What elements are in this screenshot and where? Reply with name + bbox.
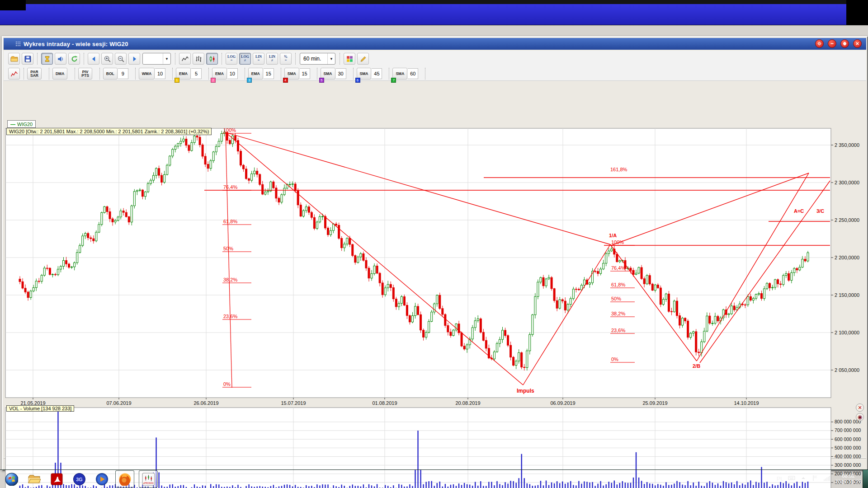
red-zigzag-icon bbox=[10, 70, 18, 78]
start-icon bbox=[5, 473, 18, 486]
bol-button-value[interactable]: 9 bbox=[118, 68, 128, 79]
auto-refresh-button[interactable] bbox=[41, 53, 53, 65]
sma-30-button-value[interactable]: 30 bbox=[336, 68, 346, 79]
floppy-icon bbox=[24, 55, 32, 63]
window-titlebar[interactable]: Wykres intraday - wiele sesji: WIG20 bbox=[4, 38, 866, 50]
show-desktop-button[interactable] bbox=[863, 470, 868, 488]
ema-5-button-value[interactable]: 5 bbox=[191, 68, 202, 79]
log-eq-button[interactable]: LOG= bbox=[226, 53, 237, 65]
bar-style-button[interactable] bbox=[193, 53, 204, 65]
taskbar-media-player[interactable] bbox=[93, 471, 111, 487]
series-legend[interactable]: — WIG20 bbox=[7, 120, 36, 128]
chevron-down-icon[interactable]: ▼ bbox=[163, 53, 170, 64]
sma-30-button-color-badge: 5 bbox=[319, 78, 324, 83]
wma-button-group: WMA10 bbox=[138, 68, 165, 80]
sound-button[interactable] bbox=[55, 53, 66, 65]
open-button[interactable] bbox=[8, 53, 20, 65]
toolbar-separator bbox=[353, 68, 354, 80]
ema-10-button-value[interactable]: 10 bbox=[227, 68, 238, 79]
indicator-toolbar: PARSARDMAPIVPTSBOL9WMA10EMA51EMA102EMA15… bbox=[4, 67, 866, 81]
reload-button[interactable] bbox=[68, 53, 80, 65]
chart-settings-button[interactable] bbox=[344, 53, 355, 65]
interval-select[interactable]: 60 min.▼ bbox=[300, 53, 335, 65]
sma-60-button-value[interactable]: 60 bbox=[408, 68, 418, 79]
zoom-in-button[interactable] bbox=[101, 53, 113, 65]
settings-button[interactable] bbox=[815, 39, 824, 48]
ema-5-button-color-badge: 1 bbox=[175, 78, 179, 83]
interval-select-value: 60 min. bbox=[303, 56, 321, 62]
zoom-select[interactable]: ▼ bbox=[142, 53, 171, 65]
lin-eq-button-label: LIN= bbox=[255, 55, 262, 62]
pencil-icon bbox=[359, 55, 367, 63]
ema-15-button-group: EMA153 bbox=[248, 68, 274, 80]
line-style-button[interactable] bbox=[179, 53, 191, 65]
ema-15-button-value[interactable]: 15 bbox=[264, 68, 274, 79]
taskbar-epromak[interactable]: ePROMAK bbox=[139, 470, 158, 488]
firefox-icon bbox=[118, 473, 132, 486]
toolbar-separator bbox=[99, 68, 100, 80]
wma-button[interactable]: WMA bbox=[139, 68, 155, 80]
save-button[interactable] bbox=[22, 53, 33, 65]
scolumns-icon[interactable] bbox=[46, 460, 55, 468]
sma-15-button-value[interactable]: 15 bbox=[300, 68, 310, 79]
toolbar-separator bbox=[281, 68, 281, 80]
log-neq-button[interactable]: LOG≠ bbox=[239, 53, 251, 65]
explorer-icon bbox=[28, 473, 41, 486]
sma-45-button-value[interactable]: 45 bbox=[372, 68, 382, 79]
toolbar-separator bbox=[175, 53, 175, 65]
dma-button[interactable]: DMA bbox=[52, 68, 67, 80]
hourglass-icon bbox=[43, 55, 51, 63]
taskbar-firefox[interactable] bbox=[115, 470, 134, 488]
edit-button[interactable] bbox=[357, 53, 369, 65]
volume-legend[interactable]: VOL - Volume [134 928 233] bbox=[6, 405, 74, 412]
start-button[interactable] bbox=[2, 471, 20, 487]
bol-button[interactable]: BOL bbox=[103, 68, 118, 80]
frame-icon[interactable] bbox=[6, 460, 15, 468]
wma-button-value[interactable]: 10 bbox=[155, 68, 165, 79]
indicator-chart-button[interactable] bbox=[8, 68, 20, 80]
tray-clock[interactable]: 08:52 2019-10-25 bbox=[835, 473, 862, 485]
tray-icons bbox=[788, 474, 830, 483]
pct-eq-button[interactable]: %= bbox=[280, 53, 292, 65]
window-title: Wykres intraday - wiele sesji: WIG20 bbox=[24, 41, 128, 47]
lin-neq-button[interactable]: LIN≠ bbox=[266, 53, 278, 65]
toolbar-separator bbox=[208, 68, 209, 80]
toolbar-separator bbox=[317, 68, 317, 80]
keyboard-icon[interactable] bbox=[788, 474, 795, 483]
flag-icon[interactable] bbox=[811, 474, 819, 483]
candle-style-button[interactable] bbox=[206, 53, 218, 65]
log-eq-button-label: LOG= bbox=[227, 55, 236, 62]
piv-pts-button[interactable]: PIVPTS bbox=[78, 68, 92, 80]
signal-icon[interactable] bbox=[823, 474, 830, 483]
taskbar-3g[interactable]: 3G bbox=[70, 471, 88, 487]
series-legend-label: WIG20 bbox=[17, 122, 33, 127]
chevron-up-icon[interactable] bbox=[800, 474, 807, 483]
scroll-right-button[interactable] bbox=[128, 53, 140, 65]
taskbar-acrobat[interactable] bbox=[47, 471, 66, 487]
minimize-button[interactable] bbox=[828, 39, 836, 48]
zoom-out-button[interactable] bbox=[115, 53, 127, 65]
speaker-icon bbox=[57, 55, 65, 63]
par-sar-button[interactable]: PARSAR bbox=[27, 68, 42, 80]
print-button[interactable] bbox=[840, 39, 849, 48]
taskbar-explorer[interactable] bbox=[25, 471, 43, 487]
printer-icon bbox=[842, 41, 847, 46]
chevron-down-icon[interactable]: ▼ bbox=[327, 53, 335, 64]
toolbar-separator bbox=[135, 68, 136, 80]
refresh-icon bbox=[71, 55, 78, 63]
x-icon bbox=[855, 41, 860, 46]
acrobat-icon bbox=[50, 473, 63, 486]
sdown-icon[interactable] bbox=[26, 460, 35, 468]
sup-icon[interactable] bbox=[36, 460, 45, 468]
lin-eq-button[interactable]: LIN= bbox=[253, 53, 264, 65]
tray-time: 08:52 bbox=[835, 473, 862, 479]
chart-window: Wykres intraday - wiele sesji: WIG20 ▼LO… bbox=[2, 36, 868, 471]
sprinter-icon[interactable] bbox=[16, 460, 25, 468]
close-button[interactable] bbox=[853, 39, 862, 48]
volume-close-button[interactable]: ✕ bbox=[856, 404, 864, 412]
volume-pin-button[interactable]: ◉ bbox=[856, 413, 864, 421]
wmp-icon bbox=[95, 473, 108, 486]
scroll-left-button[interactable] bbox=[88, 53, 99, 65]
tray-language[interactable]: PL bbox=[777, 476, 783, 482]
sma-15-button-color-badge: 4 bbox=[283, 78, 288, 83]
